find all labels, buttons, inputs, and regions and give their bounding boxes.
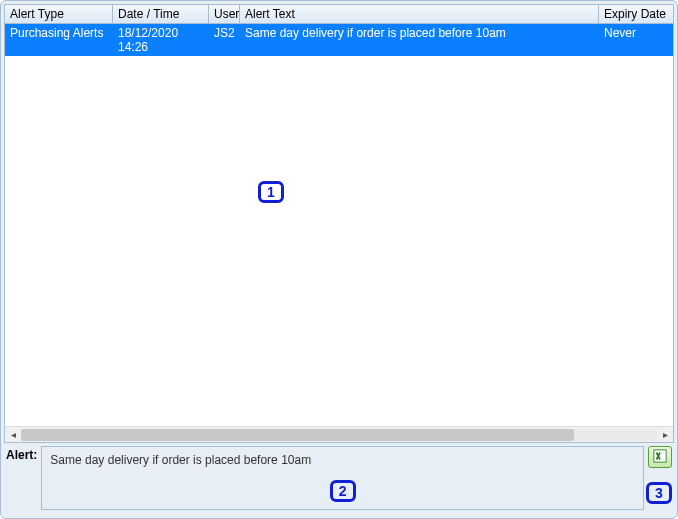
- detail-button-column: 3: [648, 446, 672, 510]
- cell-date-time: 18/12/2020 14:26: [113, 24, 209, 56]
- alerts-table: Alert Type Date / Time User Alert Text E…: [4, 4, 674, 443]
- scroll-track[interactable]: [21, 429, 657, 441]
- cell-user: JS2: [209, 24, 240, 56]
- col-header-date-time[interactable]: Date / Time: [113, 5, 209, 23]
- col-header-user[interactable]: User: [209, 5, 240, 23]
- scroll-thumb[interactable]: [21, 429, 574, 441]
- detail-area: Alert: 2 3: [4, 443, 674, 515]
- alert-label: Alert:: [6, 446, 37, 462]
- alerts-panel: Alert Type Date / Time User Alert Text E…: [0, 0, 678, 519]
- cell-expiry-date: Never: [599, 24, 673, 56]
- callout-3: 3: [646, 482, 672, 504]
- scroll-left-icon[interactable]: ◂: [5, 427, 21, 443]
- horizontal-scrollbar[interactable]: ◂ ▸: [5, 426, 673, 442]
- svg-rect-0: [654, 449, 666, 461]
- cell-alert-text: Same day delivery if order is placed bef…: [240, 24, 599, 56]
- col-header-expiry-date[interactable]: Expiry Date: [599, 5, 673, 23]
- scroll-right-icon[interactable]: ▸: [657, 427, 673, 443]
- col-header-alert-text[interactable]: Alert Text: [240, 5, 599, 23]
- export-button[interactable]: [648, 446, 672, 468]
- table-row[interactable]: Purchasing Alerts 18/12/2020 14:26 JS2 S…: [5, 24, 673, 56]
- table-header-row: Alert Type Date / Time User Alert Text E…: [5, 5, 673, 24]
- alert-text-display[interactable]: [41, 446, 644, 510]
- spreadsheet-icon: [653, 449, 667, 466]
- table-body[interactable]: Purchasing Alerts 18/12/2020 14:26 JS2 S…: [5, 24, 673, 426]
- col-header-alert-type[interactable]: Alert Type: [5, 5, 113, 23]
- cell-alert-type: Purchasing Alerts: [5, 24, 113, 56]
